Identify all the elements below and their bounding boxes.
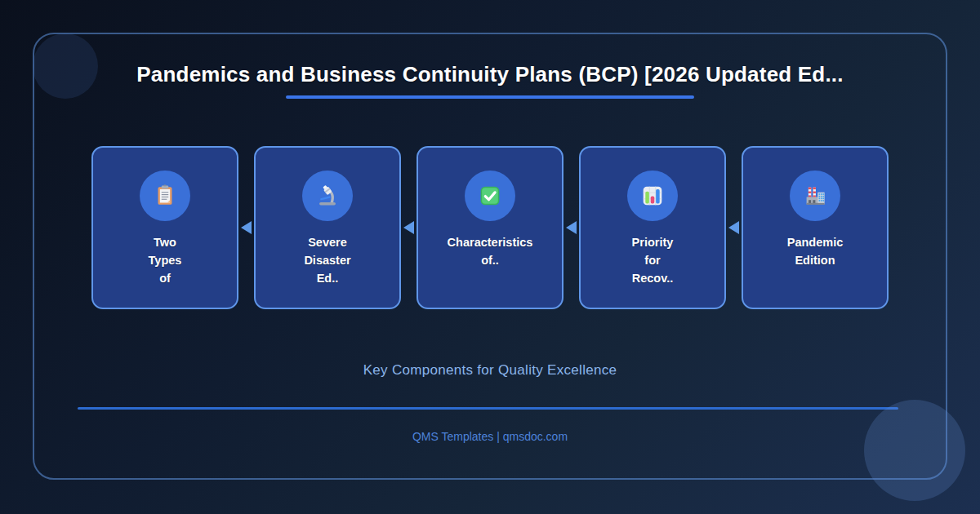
footer-branding: QMS Templates | qmsdoc.com xyxy=(34,430,946,443)
bar-chart-icon xyxy=(627,171,678,221)
card-4: PriorityforRecov.. xyxy=(579,146,726,309)
card-label: SevereDisasterEd.. xyxy=(304,234,350,287)
left-arrow-icon xyxy=(403,221,414,234)
footer-divider xyxy=(78,407,898,410)
left-arrow-icon xyxy=(241,221,252,234)
card-1: TwoTypesof xyxy=(91,146,238,309)
title-underline xyxy=(286,95,694,99)
cards-row: TwoTypesof SevereDisasterEd.. Characteri… xyxy=(34,146,946,309)
card-label: PandemicEdition xyxy=(787,234,844,270)
factory-icon xyxy=(790,171,840,221)
card-2: SevereDisasterEd.. xyxy=(254,146,401,309)
card-label: PriorityforRecov.. xyxy=(632,234,674,287)
left-arrow-icon xyxy=(728,221,739,234)
content-frame: Pandemics and Business Continuity Plans … xyxy=(33,33,947,480)
card-label: TwoTypesof xyxy=(149,234,182,287)
card-3: Characteristicsof.. xyxy=(416,146,564,309)
card-5: PandemicEdition xyxy=(742,146,889,309)
left-arrow-icon xyxy=(566,221,577,234)
tagline: Key Components for Quality Excellence xyxy=(34,362,946,379)
page-title: Pandemics and Business Continuity Plans … xyxy=(34,62,946,87)
microscope-icon xyxy=(302,171,353,221)
card-label: Characteristicsof.. xyxy=(448,234,533,270)
clipboard-icon xyxy=(140,171,190,221)
check-icon xyxy=(465,171,515,221)
